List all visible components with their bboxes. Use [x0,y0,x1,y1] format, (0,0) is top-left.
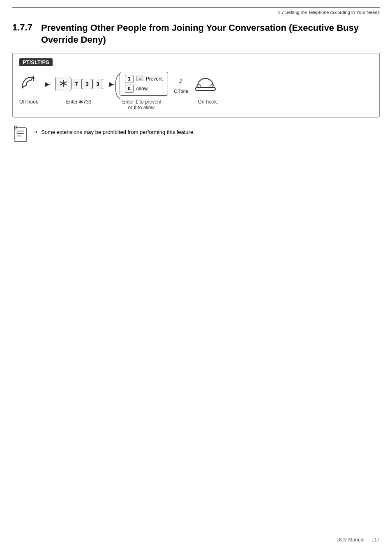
allow-label: Allow [136,86,148,92]
ctone-label: C.Tone [174,89,188,94]
label-choice: Enter 1 to preventor 0 to allow. [119,99,164,111]
label-off-hook: Off-hook. [19,99,39,105]
svg-rect-11 [15,128,26,142]
label-key-sequence: Enter ✱733. [57,99,102,105]
svg-text:♪: ♪ [179,75,183,85]
key-7: 7 [71,79,82,89]
labels-row: Off-hook. Enter ✱733. Enter 1 to prevent… [19,99,373,111]
footer: User Manual 117 [337,537,380,543]
on-hook-icon [194,76,217,92]
section-number: 1.7.7 [12,22,41,33]
key-sequence: 7 3 3 [55,77,103,91]
footer-divider [368,537,368,543]
flow-row: ▶ 7 3 3 ▶ [19,72,373,96]
note-text: Some extensions may be prohibited from p… [41,127,195,135]
dtmf-icon: GB [136,76,143,82]
prevent-label: Prevent [146,76,163,82]
arrow-1: ▶ [45,80,50,88]
section-title-block: 1.7.7 Preventing Other People from Joini… [12,22,380,46]
arrow-2: ▶ [109,80,114,88]
note-text-container: • Some extensions may be prohibited from… [35,125,195,135]
label-on-hook: On-hook. [196,99,219,105]
bracket-left-icon [114,72,122,101]
device-label: PT/SLT/PS [19,58,53,66]
ctone-container: ♪ C.Tone [174,74,188,94]
choice-prevent: 1 GB Prevent [125,75,163,83]
choice-container: 1 GB Prevent 0 Allow [120,72,168,96]
key-star [55,77,71,91]
choice-allow: 0 Allow [125,85,163,93]
section-heading: Preventing Other People from Joining You… [41,22,380,46]
bullet: • [35,129,37,135]
key-1: 1 [125,75,134,83]
procedure-diagram: PT/SLT/PS ▶ [12,53,380,117]
off-hook-icon [19,74,39,94]
svg-text:GB: GB [138,77,142,80]
choice-box: 1 GB Prevent 0 Allow [120,72,168,96]
key-3a: 3 [82,79,92,89]
footer-label: User Manual [337,537,364,543]
key-0: 0 [125,85,134,93]
footer-page: 117 [371,537,380,543]
key-3b: 3 [92,79,103,89]
main-section: 1.7.7 Preventing Other People from Joini… [12,22,380,143]
ctone-icon: ♪ [175,74,187,88]
section-reference: 1.7 Setting the Telephone According to Y… [12,7,380,15]
note-icon [12,125,30,143]
note-section: • Some extensions may be prohibited from… [12,125,380,143]
